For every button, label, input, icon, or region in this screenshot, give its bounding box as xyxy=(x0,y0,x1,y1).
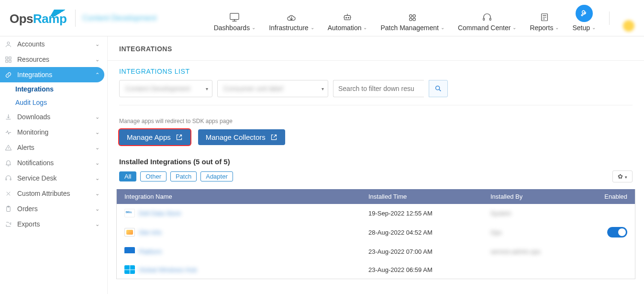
nav-command-center[interactable]: Command Center⌄ xyxy=(458,12,517,32)
enabled-toggle[interactable] xyxy=(607,227,627,237)
integration-name[interactable]: Platform xyxy=(139,248,162,255)
page-title: INTEGRATIONS xyxy=(119,45,633,53)
page-header: INTEGRATIONS xyxy=(108,36,644,61)
nav-dashboards-label: Dashboards xyxy=(214,24,250,32)
table-row[interactable]: Global Windows Hub 23-Aug-2022 06:59 AM xyxy=(117,260,635,279)
grid-icon xyxy=(5,56,13,63)
headset-icon xyxy=(5,175,13,182)
sidebar-item-monitoring[interactable]: Monitoring ⌄ xyxy=(0,124,104,140)
integration-name[interactable]: Site Info xyxy=(139,229,162,236)
nav-command-label: Command Center xyxy=(458,24,511,32)
nav-dashboards[interactable]: Dashboards⌄ xyxy=(214,12,256,32)
paper-icon xyxy=(539,12,550,22)
filter-tag-patch[interactable]: Patch xyxy=(170,171,197,181)
nav-infrastructure[interactable]: Infrastructure⌄ xyxy=(269,12,314,32)
col-enabled[interactable]: Enabled xyxy=(579,193,627,200)
btn-label: Manage Collectors xyxy=(206,133,266,141)
svg-rect-14 xyxy=(6,60,8,62)
filter-select-2[interactable]: Consumer unit label ▾ xyxy=(217,80,328,97)
sidebar-item-accounts[interactable]: Accounts ⌄ xyxy=(0,36,104,52)
col-installed-time[interactable]: Installed Time xyxy=(368,193,490,200)
chevron-down-icon: ⌄ xyxy=(95,191,100,197)
svg-rect-15 xyxy=(9,60,11,62)
sidebar-item-notifications[interactable]: Notifications ⌄ xyxy=(0,155,104,170)
chevron-down-icon: ⌄ xyxy=(95,221,100,227)
sidebar-item-service-desk[interactable]: Service Desk ⌄ xyxy=(0,170,104,186)
alert-icon xyxy=(5,144,13,151)
patch-icon xyxy=(407,12,418,22)
caret-down-icon: ▾ xyxy=(625,175,627,180)
installed-time: 19-Sep-2022 12:55 AM xyxy=(368,210,490,217)
brand-logo: OpsRamp xyxy=(10,10,68,26)
table-settings-button[interactable]: ✿ ▾ xyxy=(612,170,633,182)
divider xyxy=(119,105,633,105)
sidebar-label: Notifications xyxy=(17,159,54,167)
divider xyxy=(75,10,76,27)
manage-apps-button[interactable]: Manage Apps xyxy=(119,129,190,145)
integration-icon xyxy=(124,265,135,274)
user-avatar[interactable] xyxy=(623,20,634,32)
integration-name[interactable]: Dell Data Store xyxy=(139,210,181,217)
table-row[interactable]: Dell Data Store 19-Sep-2022 12:55 AM Sys… xyxy=(117,204,635,222)
select-value: Content Development xyxy=(125,85,190,92)
filter-tag-adapter[interactable]: Adapter xyxy=(200,171,233,181)
divider xyxy=(609,11,610,25)
svg-point-4 xyxy=(410,14,412,17)
sidebar-item-exports[interactable]: Exports ⌄ xyxy=(0,216,104,232)
integration-name[interactable]: Global Windows Hub xyxy=(139,266,197,273)
sidebar-sub-audit-logs[interactable]: Audit Logs xyxy=(0,96,107,109)
svg-rect-8 xyxy=(483,18,485,20)
chevron-down-icon: ⌄ xyxy=(311,25,314,30)
nav-patch-management[interactable]: Patch Management⌄ xyxy=(380,12,444,32)
tools-icon xyxy=(5,190,13,197)
nav-setup[interactable]: Setup⌄ xyxy=(572,5,596,32)
button-row: Manage Apps Manage Collectors xyxy=(108,127,644,154)
sidebar-item-orders[interactable]: Orders ⌄ xyxy=(0,201,104,216)
filter-select-1[interactable]: Content Development ▾ xyxy=(119,80,212,97)
svg-point-11 xyxy=(7,42,10,44)
filter-tag-all[interactable]: All xyxy=(119,171,136,181)
list-label: INTEGRATIONS LIST xyxy=(119,68,633,75)
col-installed-by[interactable]: Installed By xyxy=(490,193,579,200)
nav-setup-label: Setup xyxy=(572,24,590,32)
sidebar-label: Exports xyxy=(17,220,40,228)
search-input[interactable] xyxy=(333,80,424,97)
sidebar-item-custom-attributes[interactable]: Custom Attributes ⌄ xyxy=(0,186,104,201)
col-integration-name[interactable]: Integration Name xyxy=(124,193,368,200)
table-row[interactable]: Site Info 28-Aug-2022 04:52 AM Ops xyxy=(117,222,635,242)
svg-rect-0 xyxy=(230,13,239,19)
installed-by: Ops xyxy=(490,229,502,236)
svg-rect-16 xyxy=(6,179,7,180)
installed-by: service.admin.ops xyxy=(490,248,541,255)
sidebar-item-integrations[interactable]: Integrations ⌃ xyxy=(0,67,104,82)
installed-by: System xyxy=(490,210,511,217)
app-body: Accounts ⌄ Resources ⌄ Integrations ⌃ In… xyxy=(0,36,644,294)
svg-rect-13 xyxy=(9,57,11,58)
nav-reports[interactable]: Reports⌄ xyxy=(530,12,559,32)
nav-reports-label: Reports xyxy=(530,24,553,32)
sidebar-item-resources[interactable]: Resources ⌄ xyxy=(0,52,104,67)
chevron-down-icon: ⌄ xyxy=(95,41,100,47)
select-value: Consumer unit label xyxy=(223,85,283,92)
sidebar: Accounts ⌄ Resources ⌄ Integrations ⌃ In… xyxy=(0,36,108,294)
sidebar-item-downloads[interactable]: Downloads ⌄ xyxy=(0,109,104,124)
sidebar-item-alerts[interactable]: Alerts ⌄ xyxy=(0,140,104,155)
filter-tag-other[interactable]: Other xyxy=(140,171,167,181)
sidebar-label: Monitoring xyxy=(17,128,48,136)
installed-time: 23-Aug-2022 06:59 AM xyxy=(368,266,490,273)
monitor-icon xyxy=(5,129,13,136)
sidebar-sub-integrations[interactable]: Integrations xyxy=(0,82,107,96)
svg-point-5 xyxy=(413,14,415,17)
chevron-down-icon: ⌄ xyxy=(95,129,100,136)
sidebar-label: Orders xyxy=(17,205,38,213)
search-button[interactable] xyxy=(429,80,448,97)
integration-icon xyxy=(124,209,135,217)
svg-rect-12 xyxy=(6,57,8,58)
svg-point-7 xyxy=(413,18,415,20)
table-row[interactable]: Platform 23-Aug-2022 07:00 AM service.ad… xyxy=(117,242,635,260)
manage-collectors-button[interactable]: Manage Collectors xyxy=(198,129,285,145)
integration-icon xyxy=(124,247,135,256)
context-name[interactable]: Content Development xyxy=(82,14,156,23)
brand-part1: Ops xyxy=(10,11,33,26)
nav-automation[interactable]: Automation⌄ xyxy=(328,12,367,32)
